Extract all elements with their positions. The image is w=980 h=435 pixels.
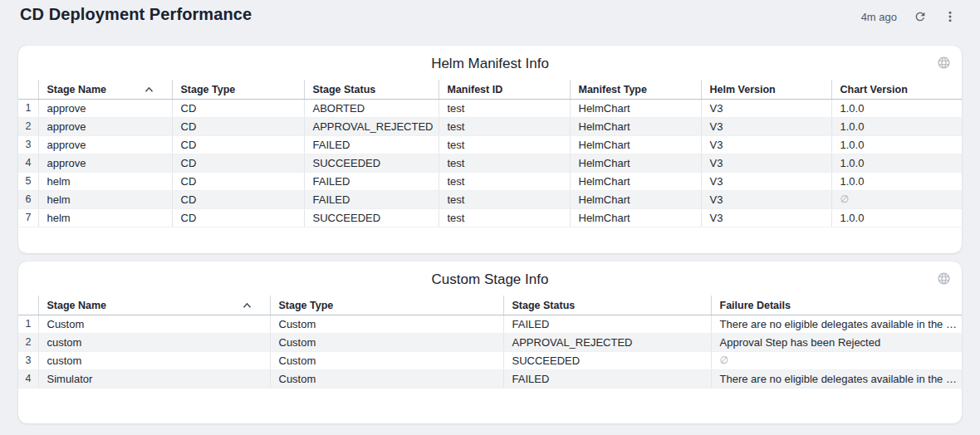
cell-helm-version: V3 <box>701 191 831 209</box>
table-row: 3customCustomSUCCEEDED∅ <box>18 352 962 370</box>
cell-manifest-id: test <box>439 118 570 136</box>
cell-stage-name: approve <box>38 136 172 154</box>
cell-stage-type: Custom <box>270 370 503 389</box>
table-row: 1approveCDABORTEDtestHelmChartV31.0.0 <box>18 100 962 118</box>
table-row: 7helmCDSUCCEEDEDtestHelmChartV31.0.0 <box>18 209 962 227</box>
column-label: Manifest ID <box>448 84 503 95</box>
column-header-stage-status[interactable]: Stage Status <box>304 80 439 100</box>
row-number: 7 <box>18 209 38 227</box>
column-header-manifest-type[interactable]: Manifest Type <box>570 80 701 100</box>
row-number-header <box>18 80 38 100</box>
row-number: 3 <box>18 136 38 154</box>
table-row: 4SimulatorCustomFAILEDThere are no eligi… <box>18 370 962 389</box>
row-number: 4 <box>18 154 38 173</box>
cell-manifest-type: HelmChart <box>570 100 701 118</box>
cell-manifest-id: test <box>439 154 570 173</box>
row-number-header <box>18 296 38 315</box>
cell-manifest-type: HelmChart <box>570 173 701 191</box>
table-row: 6helmCDFAILEDtestHelmChartV3∅ <box>18 191 962 209</box>
column-header-stage-type[interactable]: Stage Type <box>270 296 503 315</box>
custom-stage-table: Stage NameStage TypeStage StatusFailure … <box>18 296 962 389</box>
column-header-stage-status[interactable]: Stage Status <box>503 296 711 315</box>
column-header-stage-name[interactable]: Stage Name <box>38 296 270 315</box>
cell-manifest-id: test <box>439 173 570 191</box>
column-label: Stage Status <box>512 300 576 311</box>
column-header-manifest-id[interactable]: Manifest ID <box>439 80 570 100</box>
column-label: Helm Version <box>710 84 776 95</box>
cell-manifest-type: HelmChart <box>570 136 701 154</box>
column-label: Failure Details <box>720 300 791 311</box>
cell-manifest-type: HelmChart <box>570 154 701 173</box>
panel-title[interactable]: Custom Stage Info <box>18 261 962 289</box>
cell-stage-status: SUCCEEDED <box>304 154 439 173</box>
cell-stage-name: Simulator <box>38 370 270 389</box>
table-row: 5helmCDFAILEDtestHelmChartV31.0.0 <box>18 173 962 191</box>
cell-stage-type: CD <box>172 173 304 191</box>
cell-stage-name: approve <box>38 118 172 136</box>
cell-helm-version: V3 <box>701 100 831 118</box>
cell-stage-name: approve <box>38 100 172 118</box>
cell-manifest-type: HelmChart <box>570 118 701 136</box>
table-header-row: Stage NameStage TypeStage StatusFailure … <box>18 296 962 315</box>
cell-stage-name: custom <box>38 352 270 370</box>
column-header-helm-version[interactable]: Helm Version <box>701 80 831 100</box>
column-label: Stage Name <box>47 84 107 95</box>
column-header-failure-details[interactable]: Failure Details <box>711 296 962 315</box>
column-header-stage-type[interactable]: Stage Type <box>172 80 304 100</box>
column-label: Chart Version <box>840 84 908 95</box>
cell-stage-type: CD <box>172 154 304 173</box>
sort-ascending-icon <box>243 302 252 309</box>
cell-chart-version: 1.0.0 <box>831 118 962 136</box>
globe-icon[interactable] <box>937 56 951 70</box>
cell-stage-status: APPROVAL_REJECTED <box>503 334 711 352</box>
cell-chart-version: ∅ <box>831 191 962 209</box>
row-number: 4 <box>18 370 38 389</box>
row-number: 2 <box>18 118 38 136</box>
cell-chart-version: 1.0.0 <box>831 100 962 118</box>
cell-stage-type: CD <box>172 118 304 136</box>
row-number: 3 <box>18 352 38 370</box>
cell-stage-type: CD <box>172 100 304 118</box>
column-header-chart-version[interactable]: Chart Version <box>831 80 962 100</box>
table-row: 2customCustomAPPROVAL_REJECTEDApproval S… <box>18 334 962 352</box>
cell-helm-version: V3 <box>701 154 831 173</box>
cell-chart-version: 1.0.0 <box>831 173 962 191</box>
column-label: Stage Name <box>47 300 107 311</box>
row-number: 5 <box>18 173 38 191</box>
row-number: 1 <box>18 100 38 118</box>
cell-failure-details: There are no eligible delegates availabl… <box>711 315 962 334</box>
cell-chart-version: 1.0.0 <box>831 209 962 227</box>
cell-helm-version: V3 <box>701 118 831 136</box>
cell-stage-status: FAILED <box>304 191 439 209</box>
cell-stage-type: CD <box>172 136 304 154</box>
cell-manifest-id: test <box>439 136 570 154</box>
cell-manifest-id: test <box>439 100 570 118</box>
cell-helm-version: V3 <box>701 173 831 191</box>
column-label: Stage Status <box>313 84 376 95</box>
cell-manifest-id: test <box>439 191 570 209</box>
refresh-button[interactable] <box>914 10 927 23</box>
topbar-actions: 4m ago <box>861 0 957 33</box>
page-title: CD Deployment Performance <box>20 5 252 24</box>
table-row: 4approveCDSUCCEEDEDtestHelmChartV31.0.0 <box>18 154 962 173</box>
table-row: 2approveCDAPPROVAL_REJECTEDtestHelmChart… <box>18 118 962 136</box>
column-label: Stage Type <box>279 300 334 311</box>
cell-stage-name: custom <box>38 334 270 352</box>
globe-icon[interactable] <box>937 271 951 286</box>
panel-title[interactable]: Helm Manifest Info <box>18 46 962 73</box>
panel-menu-button[interactable] <box>943 10 957 23</box>
table-row: 1CustomCustomFAILEDThere are no eligible… <box>18 315 962 334</box>
cell-helm-version: V3 <box>701 209 831 227</box>
column-label: Manifest Type <box>579 84 647 95</box>
cell-failure-details: Approval Step has been Rejected <box>711 334 962 352</box>
cell-stage-status: FAILED <box>503 370 711 389</box>
cell-stage-type: Custom <box>270 352 503 370</box>
helm-manifest-table: Stage NameStage TypeStage StatusManifest… <box>18 80 962 227</box>
cell-stage-name: helm <box>38 173 172 191</box>
column-label: Stage Type <box>181 84 236 95</box>
sort-ascending-icon <box>145 86 154 93</box>
cell-stage-type: CD <box>172 209 304 227</box>
cell-stage-name: approve <box>38 154 172 173</box>
column-header-stage-name[interactable]: Stage Name <box>38 80 172 100</box>
cell-manifest-type: HelmChart <box>570 209 701 227</box>
